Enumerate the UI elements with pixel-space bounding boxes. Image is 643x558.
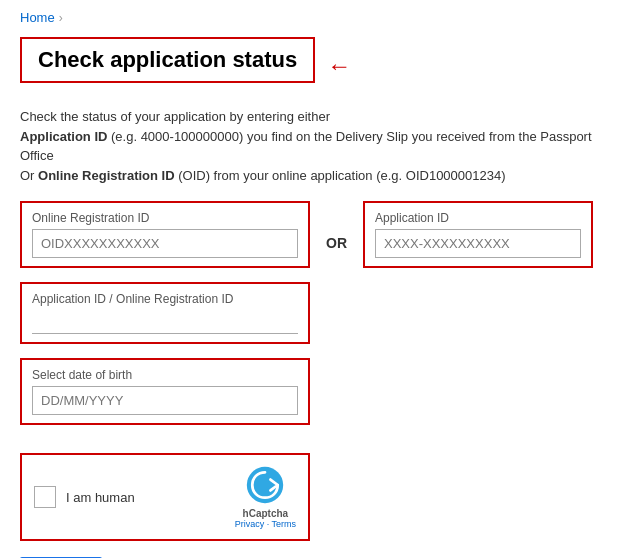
captcha-checkbox[interactable] xyxy=(34,486,56,508)
app-id-input[interactable] xyxy=(375,229,581,258)
page-header: Check application status ← xyxy=(20,37,623,95)
combined-id-input[interactable] xyxy=(32,310,298,334)
online-reg-box: Online Registration ID xyxy=(20,201,310,268)
id-input-row: Online Registration ID OR Application ID xyxy=(20,201,623,268)
page-title: Check application status xyxy=(38,47,297,73)
breadcrumb: Home › xyxy=(20,10,623,25)
captcha-brand-label: hCaptcha xyxy=(235,508,296,519)
page-title-box: Check application status xyxy=(20,37,315,83)
title-arrow-icon: ← xyxy=(327,52,351,80)
captcha-right: hCaptcha Privacy · Terms xyxy=(235,465,296,529)
app-id-box: Application ID xyxy=(363,201,593,268)
captcha-box: I am human hCaptcha Privacy · Terms xyxy=(20,453,310,541)
captcha-left: I am human xyxy=(34,486,135,508)
dob-input[interactable] xyxy=(32,386,298,415)
combined-id-label: Application ID / Online Registration ID xyxy=(32,292,298,306)
desc-oid-bold: Online Registration ID xyxy=(38,168,175,183)
dob-label: Select date of birth xyxy=(32,368,298,382)
or-label: OR xyxy=(326,235,347,251)
desc-line1: Check the status of your application by … xyxy=(20,109,330,124)
online-reg-input[interactable] xyxy=(32,229,298,258)
dob-box: Select date of birth xyxy=(20,358,310,425)
breadcrumb-home-link[interactable]: Home xyxy=(20,10,55,25)
captcha-logo-icon xyxy=(245,465,285,505)
online-reg-col: Online Registration ID xyxy=(20,201,310,268)
desc-oid-example: (OID) from your online application (e.g.… xyxy=(175,168,506,183)
desc-app-id-bold: Application ID xyxy=(20,129,107,144)
captcha-privacy-links[interactable]: Privacy · Terms xyxy=(235,519,296,529)
breadcrumb-chevron: › xyxy=(59,11,63,25)
app-id-label: Application ID xyxy=(375,211,581,225)
combined-id-box: Application ID / Online Registration ID xyxy=(20,282,310,344)
captcha-label: I am human xyxy=(66,490,135,505)
online-reg-label: Online Registration ID xyxy=(32,211,298,225)
app-id-col: Application ID xyxy=(363,201,593,268)
description-text: Check the status of your application by … xyxy=(20,107,600,185)
desc-or: Or xyxy=(20,168,38,183)
